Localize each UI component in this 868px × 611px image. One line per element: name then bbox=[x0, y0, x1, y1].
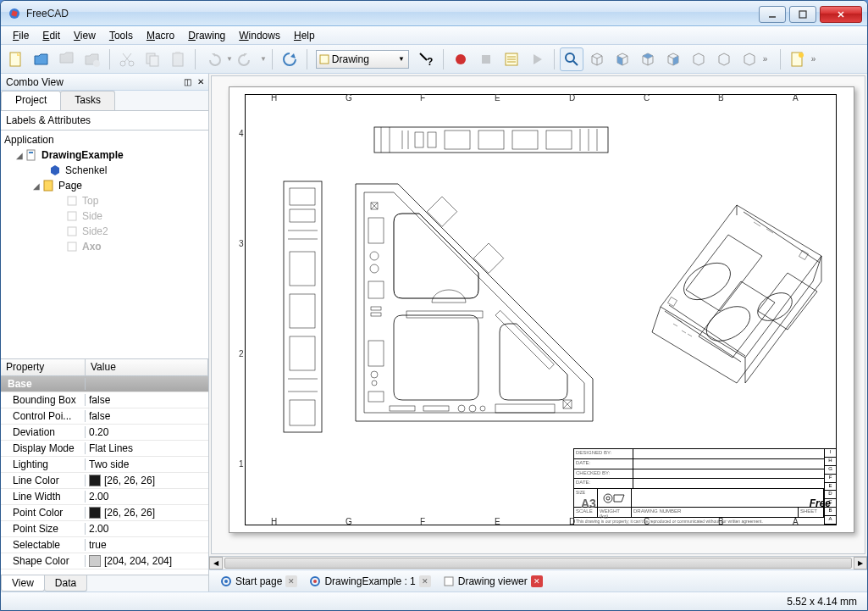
svg-rect-89 bbox=[427, 197, 456, 226]
rear-view-button[interactable] bbox=[687, 47, 710, 71]
property-header[interactable]: Property bbox=[1, 359, 86, 375]
collapse-icon[interactable]: ◢ bbox=[14, 151, 25, 160]
svg-point-106 bbox=[606, 497, 610, 500]
svg-rect-23 bbox=[482, 55, 490, 64]
maximize-button[interactable] bbox=[789, 6, 816, 23]
document-icon bbox=[25, 148, 38, 162]
view-tab[interactable]: View bbox=[1, 575, 45, 592]
close-panel-button[interactable]: ✕ bbox=[195, 76, 207, 88]
macro-play-button[interactable] bbox=[525, 47, 549, 71]
saveas-button[interactable] bbox=[80, 47, 104, 71]
workbench-selector[interactable]: Drawing bbox=[316, 50, 409, 69]
svg-text:?: ? bbox=[427, 56, 433, 68]
tree-schenkel[interactable]: Schenkel bbox=[3, 163, 207, 178]
close-tab-button[interactable]: ✕ bbox=[419, 575, 431, 587]
front-view-button[interactable] bbox=[611, 47, 634, 71]
toolbar-overflow-icon[interactable]: » bbox=[763, 54, 775, 64]
refresh-button[interactable] bbox=[278, 47, 301, 71]
menu-edit[interactable]: Edit bbox=[36, 28, 67, 43]
svg-point-80 bbox=[458, 405, 465, 412]
svg-line-11 bbox=[124, 53, 131, 62]
svg-rect-40 bbox=[374, 127, 608, 153]
svg-line-30 bbox=[573, 61, 578, 65]
close-button[interactable] bbox=[820, 6, 862, 23]
view-icon bbox=[65, 194, 79, 208]
value-header[interactable]: Value bbox=[86, 359, 208, 375]
menu-view[interactable]: View bbox=[67, 28, 102, 43]
svg-rect-55 bbox=[290, 188, 315, 205]
tree-view-side[interactable]: Side bbox=[3, 208, 207, 224]
tree-view-top[interactable]: Top bbox=[3, 193, 207, 208]
tree-root[interactable]: Application bbox=[3, 132, 207, 147]
macro-stop-button[interactable] bbox=[474, 47, 498, 71]
scroll-thumb[interactable] bbox=[224, 558, 852, 569]
redo-button[interactable] bbox=[235, 47, 258, 71]
svg-rect-73 bbox=[371, 313, 381, 316]
tree-view-side2[interactable]: Side2 bbox=[3, 224, 207, 239]
minimize-button[interactable] bbox=[759, 6, 786, 23]
scroll-left-button[interactable]: ◀ bbox=[209, 557, 223, 569]
menu-drawing[interactable]: Drawing bbox=[181, 28, 232, 43]
new-button[interactable] bbox=[4, 47, 28, 71]
tasks-tab[interactable]: Tasks bbox=[60, 91, 115, 110]
property-row[interactable]: Bounding Boxfalse bbox=[1, 392, 208, 408]
property-row[interactable]: Point Color[26, 26, 26] bbox=[1, 505, 208, 521]
top-view-button[interactable] bbox=[636, 47, 660, 71]
whatsthis-button[interactable]: ? bbox=[414, 47, 438, 71]
tree-page[interactable]: ◢ Page bbox=[3, 178, 207, 193]
save-button[interactable] bbox=[55, 47, 79, 71]
property-row[interactable]: LightingTwo side bbox=[1, 457, 208, 473]
model-tree[interactable]: Application ◢ DrawingExample Schenkel ◢ … bbox=[1, 131, 208, 358]
property-row[interactable]: Display ModeFlat Lines bbox=[1, 441, 208, 457]
menu-macro[interactable]: Macro bbox=[140, 28, 181, 43]
collapse-icon[interactable]: ◢ bbox=[31, 181, 41, 191]
svg-rect-48 bbox=[478, 131, 504, 149]
property-row[interactable]: Line Width2.00 bbox=[1, 489, 208, 505]
property-row[interactable]: Point Size2.00 bbox=[1, 521, 208, 537]
paste-button[interactable] bbox=[166, 47, 190, 71]
property-row[interactable]: Control Poi...false bbox=[1, 408, 208, 425]
menubar: File Edit View Tools Macro Drawing Windo… bbox=[1, 26, 867, 45]
menu-tools[interactable]: Tools bbox=[102, 28, 140, 43]
tree-document[interactable]: ◢ DrawingExample bbox=[3, 147, 207, 163]
scroll-right-button[interactable]: ▶ bbox=[854, 557, 867, 569]
open-button[interactable] bbox=[30, 47, 53, 71]
menu-file[interactable]: File bbox=[6, 28, 36, 43]
macro-record-button[interactable] bbox=[449, 47, 473, 71]
fit-view-button[interactable] bbox=[560, 47, 583, 71]
drawing-canvas[interactable]: DESIGNED BY: DATE: CHECKED BY: DATE: SIZ… bbox=[211, 75, 865, 554]
freecad-logo-text: Free bbox=[810, 497, 831, 509]
new-page-button[interactable] bbox=[786, 47, 810, 71]
property-row[interactable]: Line Color[26, 26, 26] bbox=[1, 473, 208, 489]
data-tab[interactable]: Data bbox=[44, 575, 87, 592]
project-tab[interactable]: Project bbox=[1, 91, 61, 110]
cut-button[interactable] bbox=[115, 47, 139, 71]
copy-button[interactable] bbox=[141, 47, 164, 71]
undock-button[interactable]: ◫ bbox=[181, 76, 193, 88]
iso-view-button[interactable] bbox=[585, 47, 609, 71]
right-view-button[interactable] bbox=[661, 47, 685, 71]
menu-windows[interactable]: Windows bbox=[232, 28, 287, 43]
close-tab-button[interactable]: ✕ bbox=[285, 575, 297, 587]
menu-help[interactable]: Help bbox=[287, 28, 322, 43]
property-row[interactable]: Deviation0.20 bbox=[1, 425, 208, 441]
start-page-tab[interactable]: Start page ✕ bbox=[216, 573, 301, 590]
property-row[interactable]: Shape Color[204, 204, 204] bbox=[1, 553, 208, 569]
horizontal-scrollbar[interactable]: ◀ ▶ bbox=[209, 556, 867, 569]
toolbar-overflow2-icon[interactable]: » bbox=[811, 54, 823, 64]
undo-button[interactable] bbox=[201, 47, 224, 71]
drawing-example-tab[interactable]: DrawingExample : 1 ✕ bbox=[305, 573, 434, 590]
svg-rect-68 bbox=[368, 218, 384, 243]
bottom-view-button[interactable] bbox=[712, 47, 736, 71]
property-row[interactable]: Selectabletrue bbox=[1, 537, 208, 553]
close-tab-button[interactable]: ✕ bbox=[531, 575, 543, 587]
svg-rect-38 bbox=[68, 227, 76, 236]
svg-rect-36 bbox=[68, 197, 76, 205]
svg-point-91 bbox=[677, 255, 737, 307]
left-view-button[interactable] bbox=[738, 47, 761, 71]
macro-list-button[interactable] bbox=[500, 47, 523, 71]
drawing-viewer-tab[interactable]: Drawing viewer ✕ bbox=[439, 573, 547, 590]
svg-point-69 bbox=[370, 252, 379, 260]
svg-marker-17 bbox=[212, 53, 215, 57]
tree-view-axo[interactable]: Axo bbox=[3, 239, 207, 254]
